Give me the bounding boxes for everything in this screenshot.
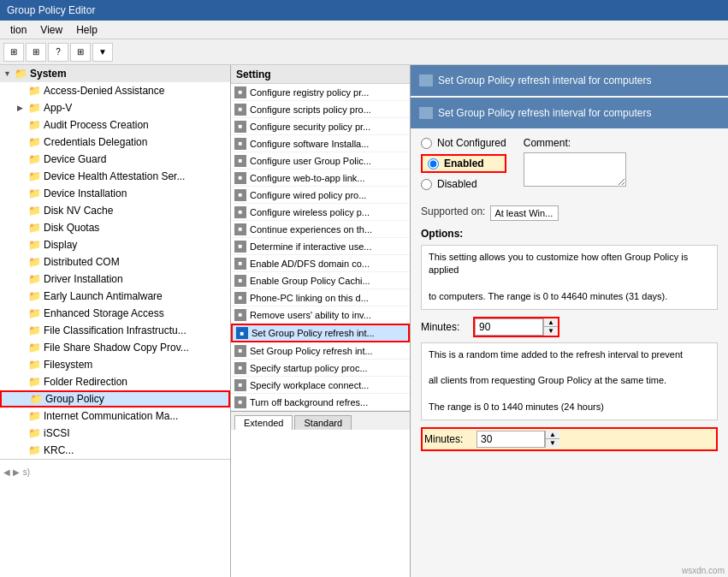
setting-row-7[interactable]: ■ Configure wireless policy p... — [231, 204, 410, 221]
scroll-hint: ◀ ▶ — [3, 467, 20, 477]
tree-item-10[interactable]: 📁 Distributed COM — [0, 253, 230, 271]
menu-item-view[interactable]: View — [33, 22, 69, 38]
setting-row-3[interactable]: ■ Configure software Installa... — [231, 135, 410, 152]
setting-row-10[interactable]: ■ Enable AD/DFS domain co... — [231, 255, 410, 272]
setting-label-7: Configure wireless policy p... — [250, 207, 370, 217]
tree-label-9: Display — [44, 239, 77, 251]
setting-label-3: Configure software Installa... — [250, 139, 369, 149]
radio-not-configured[interactable]: Not Configured — [421, 137, 506, 149]
spinner-up-2[interactable]: ▲ — [546, 431, 559, 439]
spinner-up-1[interactable]: ▲ — [544, 318, 558, 327]
radio-enabled-row[interactable]: Enabled — [421, 154, 506, 173]
tree-item-5[interactable]: 📁 Device Health Attestation Ser... — [0, 168, 230, 185]
tree-item-7[interactable]: 📁 Disk NV Cache — [0, 202, 230, 219]
setting-row-13[interactable]: ■ Remove users' ability to inv... — [231, 306, 410, 324]
tree-label-14: File Classification Infrastructu... — [44, 324, 186, 336]
menu-item-action[interactable]: tion — [3, 22, 33, 38]
tree-item-8[interactable]: 📁 Disk Quotas — [0, 219, 230, 236]
tree-item-15[interactable]: 📁 File Share Shadow Copy Prov... — [0, 339, 230, 356]
tree-root-system[interactable]: ▼ 📁 System — [0, 65, 230, 82]
options-label: Options: — [421, 228, 718, 240]
tab-extended[interactable]: Extended — [234, 415, 293, 430]
setting-row-16[interactable]: ■ Specify startup policy proc... — [231, 360, 410, 377]
tree-label-13: Enhanced Storage Access — [44, 307, 164, 319]
tree-item-0[interactable]: 📁 Access-Denied Assistance — [0, 82, 230, 99]
setting-icon-13: ■ — [234, 309, 246, 321]
toolbar-btn-filter[interactable]: ▼ — [92, 43, 113, 62]
tree-label-19: Internet Communication Ma... — [44, 410, 178, 422]
tree-item-18[interactable]: 📁 Group Policy — [0, 390, 230, 407]
tree-item-3[interactable]: 📁 Credentials Delegation — [0, 134, 230, 151]
setting-row-18[interactable]: ■ Turn off background refres... — [231, 394, 410, 411]
settings-header-label: Setting — [236, 68, 271, 80]
folder-icon-2: 📁 — [27, 119, 41, 131]
description-box-2: This is a random time added to the refre… — [421, 342, 718, 420]
tree-item-2[interactable]: 📁 Audit Process Creation — [0, 116, 230, 134]
comment-label: Comment: — [524, 137, 626, 149]
radio-input-not-configured[interactable] — [421, 138, 432, 149]
spinner-down-2[interactable]: ▼ — [546, 439, 559, 448]
tree-item-16[interactable]: 📁 Filesystem — [0, 356, 230, 373]
setting-row-4[interactable]: ■ Configure user Group Polic... — [231, 152, 410, 170]
setting-row-2[interactable]: ■ Configure security policy pr... — [231, 118, 410, 135]
toolbar-btn-2[interactable]: ⊞ — [26, 43, 46, 62]
minutes-input-2[interactable] — [476, 431, 545, 448]
folder-icon-20: 📁 — [27, 427, 41, 439]
setting-icon-1: ■ — [234, 104, 246, 116]
toolbar-btn-1[interactable]: ⊞ — [3, 43, 24, 62]
setting-row-0[interactable]: ■ Configure registry policy pr... — [231, 84, 410, 101]
folder-icon-9: 📁 — [27, 239, 41, 251]
setting-row-5[interactable]: ■ Configure web-to-app link... — [231, 170, 410, 187]
tree-label-10: Distributed COM — [44, 256, 120, 268]
tree-item-12[interactable]: 📁 Early Launch Antimalware — [0, 288, 230, 305]
minutes-input-1[interactable] — [475, 318, 543, 336]
folder-icon-0: 📁 — [27, 85, 41, 97]
tree-item-14[interactable]: 📁 File Classification Infrastructu... — [0, 322, 230, 339]
scroll-bar-area[interactable]: ◀ ▶ s) — [0, 459, 230, 485]
setting-row-6[interactable]: ■ Configure wired policy pro... — [231, 187, 410, 204]
tree-item-9[interactable]: 📁 Display — [0, 236, 230, 253]
radio-input-disabled[interactable] — [421, 179, 432, 190]
folder-icon-6: 📁 — [27, 187, 41, 199]
spinner-down-1[interactable]: ▼ — [544, 327, 558, 336]
radio-disabled[interactable]: Disabled — [421, 178, 506, 190]
setting-row-12[interactable]: ■ Phone-PC linking on this d... — [231, 289, 410, 306]
tree-item-21[interactable]: 📁 KRC... — [0, 442, 230, 459]
tab-standard[interactable]: Standard — [294, 415, 352, 430]
tree-label-21: KRC... — [44, 444, 74, 456]
tree-item-20[interactable]: 📁 iSCSI — [0, 425, 230, 442]
menu-item-help[interactable]: Help — [69, 22, 104, 38]
tree-label-20: iSCSI — [44, 427, 70, 439]
tree-label-0: Access-Denied Assistance — [44, 85, 164, 97]
setting-row-9[interactable]: ■ Determine if interactive use... — [231, 238, 410, 255]
setting-row-15[interactable]: ■ Set Group Policy refresh int... — [231, 342, 410, 360]
toolbar-btn-help[interactable]: ? — [48, 43, 68, 62]
setting-icon-18: ■ — [234, 396, 246, 408]
radio-label-enabled: Enabled — [444, 158, 484, 170]
setting-label-12: Phone-PC linking on this d... — [250, 293, 369, 303]
tree-item-19[interactable]: 📁 Internet Communication Ma... — [0, 407, 230, 425]
policy-title-icon-2 — [419, 107, 433, 119]
tree-item-6[interactable]: 📁 Device Installation — [0, 185, 230, 202]
description-box-1: This setting allows you to customize how… — [421, 245, 718, 310]
tree-item-4[interactable]: 📁 Device Guard — [0, 151, 230, 168]
setting-row-1[interactable]: ■ Configure scripts policy pro... — [231, 101, 410, 118]
setting-icon-6: ■ — [234, 189, 246, 201]
supported-value: At least Win... — [490, 205, 559, 221]
tabs-row: Extended Standard — [231, 411, 410, 430]
setting-row-8[interactable]: ■ Continue experiences on th... — [231, 221, 410, 238]
setting-label-17: Specify workplace connect... — [250, 380, 369, 390]
setting-row-11[interactable]: ■ Enable Group Policy Cachi... — [231, 272, 410, 289]
toolbar-btn-3[interactable]: ⊞ — [70, 43, 91, 62]
tree-item-17[interactable]: 📁 Folder Redirection — [0, 373, 230, 390]
setting-row-17[interactable]: ■ Specify workplace connect... — [231, 377, 410, 394]
radio-input-enabled[interactable] — [428, 158, 439, 170]
setting-label-5: Configure web-to-app link... — [250, 173, 365, 183]
folder-icon-10: 📁 — [27, 256, 41, 268]
tree-item-1[interactable]: ▶ 📁 App-V — [0, 99, 230, 116]
spinner-1: ▲ ▼ — [543, 318, 558, 336]
setting-row-14[interactable]: ■ Set Group Policy refresh int... — [231, 324, 410, 342]
comment-input[interactable] — [524, 152, 626, 187]
tree-item-13[interactable]: 📁 Enhanced Storage Access — [0, 305, 230, 322]
tree-item-11[interactable]: 📁 Driver Installation — [0, 271, 230, 288]
